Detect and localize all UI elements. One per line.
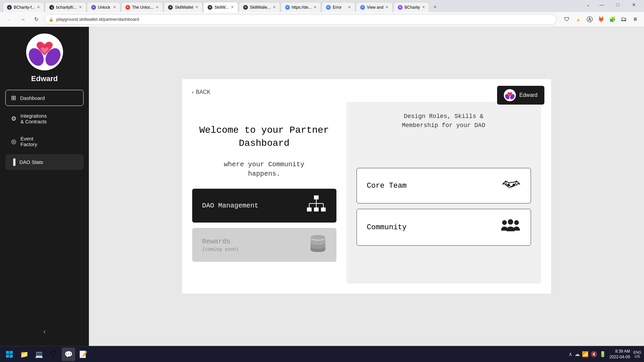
svg-point-15: [311, 235, 325, 240]
taskbar: 📁 💻 🛡 💬 📝 ∧ ☁ 📶 🔇 🔋 8:39 AM 2022-04-09 E…: [0, 346, 644, 362]
community-card[interactable]: Community: [357, 209, 531, 246]
svg-rect-24: [10, 355, 13, 358]
address-bar[interactable]: 🔒 playground.skillwallet.id/partner/dash…: [44, 14, 557, 25]
sidebar-username: Edward: [31, 74, 58, 83]
reload-button[interactable]: ↻: [31, 14, 42, 25]
start-button[interactable]: [3, 348, 16, 361]
sidebar-item-dashboard[interactable]: ⊞ Dashboard: [5, 90, 84, 106]
tab-close-t2[interactable]: ✕: [79, 5, 82, 9]
tab-label-t10: View and: [367, 5, 383, 10]
rewards-card[interactable]: Rewards (coming soon): [192, 228, 336, 262]
tab-favicon-t11: B: [398, 5, 402, 10]
tab-close-t4[interactable]: ✕: [156, 5, 159, 9]
back-chevron-icon: ‹: [192, 89, 194, 95]
user-badge[interactable]: Edward: [497, 86, 544, 105]
taskbar-app-brave[interactable]: 🛡: [47, 348, 60, 361]
user-badge-name: Edward: [519, 92, 537, 98]
rewards-label: Rewards: [202, 238, 239, 245]
core-team-card[interactable]: Core Team: [357, 168, 531, 203]
taskbar-language: ENG US: [633, 350, 641, 358]
brave-shield-icon[interactable]: 🛡: [562, 15, 572, 24]
tab-close-t7[interactable]: ✕: [273, 5, 276, 9]
tab-close-t3[interactable]: ✕: [113, 5, 116, 9]
menu-icon[interactable]: ≡: [631, 15, 640, 24]
brave-rewards-icon[interactable]: ▲: [574, 15, 583, 24]
svg-rect-6: [314, 195, 319, 199]
tab-favicon-t10: V: [360, 5, 365, 10]
tab-close-t6[interactable]: ✕: [231, 5, 234, 9]
forward-nav-button[interactable]: →: [17, 14, 28, 25]
tab-close-t11[interactable]: ✕: [422, 5, 425, 9]
taskbar-time: 8:39 AM: [609, 349, 630, 354]
tab-close-t1[interactable]: ✕: [37, 5, 40, 9]
maximize-button[interactable]: □: [610, 0, 625, 11]
browser-tab-t8[interactable]: hhttps://de...✕: [281, 2, 321, 12]
tray-battery-icon[interactable]: 🔋: [599, 351, 606, 357]
back-nav-button[interactable]: ←: [4, 14, 15, 25]
browser-tab-t5[interactable]: SSkillWallet✕: [164, 2, 203, 12]
people-group-icon: [500, 219, 521, 236]
tray-wifi-icon[interactable]: 📶: [582, 351, 589, 357]
taskbar-right: ∧ ☁ 📶 🔇 🔋 8:39 AM 2022-04-09 ENG US: [569, 349, 641, 360]
back-label: BACK: [196, 89, 211, 95]
puzzle-icon[interactable]: 🧩: [608, 15, 617, 24]
sidebar-item-event-factory[interactable]: ◎ EventFactory: [5, 131, 84, 152]
rewards-sublabel: (coming soon): [202, 247, 239, 252]
tab-controls: ⌄ — □ ✕: [584, 0, 641, 12]
tab-overflow-button[interactable]: ⌄: [584, 0, 593, 9]
tab-label-t3: Unlock: [98, 5, 111, 10]
browser-tab-t9[interactable]: EError✕: [322, 2, 355, 12]
browser-tab-t10[interactable]: VView and✕: [356, 2, 393, 12]
tab-bar: gBCharity-f...✕gbcharityfi/...✕UUnlock✕A…: [0, 0, 644, 12]
sidebar-item-integrations[interactable]: ⚙ Integrations& Contracts: [5, 109, 84, 129]
browser-tab-t11[interactable]: BBCharity✕: [393, 2, 429, 12]
sidebar-item-dao-stats-label: DAO Stats: [19, 159, 43, 165]
sidebar-item-dao-stats[interactable]: ▐ DAO Stats: [5, 154, 84, 170]
tab-favicon-t5: S: [168, 5, 173, 10]
main-content: ‹ BACK Edward: [89, 27, 644, 346]
new-tab-button[interactable]: +: [430, 2, 440, 12]
browser-tab-t6[interactable]: SSkillW...✕: [203, 2, 238, 12]
wallet-icon[interactable]: 🗂: [619, 15, 629, 24]
dao-stats-icon: ▐: [11, 159, 15, 166]
svg-rect-22: [10, 351, 13, 354]
profile-icon[interactable]: Ⓐ: [585, 15, 594, 24]
tab-close-t5[interactable]: ✕: [195, 5, 198, 9]
nav-extensions: 🛡 ▲ Ⓐ 🦊 🧩 🗂 ≡: [562, 15, 640, 24]
tab-favicon-t6: S: [208, 5, 212, 10]
taskbar-tray-icons: ∧ ☁ 📶 🔇 🔋: [569, 351, 606, 357]
metamask-icon[interactable]: 🦊: [596, 15, 606, 24]
tray-up-icon[interactable]: ∧: [569, 351, 573, 357]
user-badge-avatar: [504, 89, 516, 101]
sidebar-item-event-factory-label: EventFactory: [20, 136, 37, 147]
tab-favicon-t9: E: [326, 5, 331, 10]
tray-speaker-icon[interactable]: 🔇: [591, 351, 597, 357]
browser-tab-t3[interactable]: UUnlock✕: [87, 2, 120, 12]
tab-close-t10[interactable]: ✕: [385, 5, 388, 9]
dao-management-card[interactable]: DAO Management: [192, 189, 336, 223]
taskbar-app-notes[interactable]: 📝: [76, 348, 90, 361]
tray-cloud-icon[interactable]: ☁: [575, 351, 580, 357]
taskbar-clock: 8:39 AM 2022-04-09: [609, 349, 630, 360]
tab-label-t11: BCharity: [405, 5, 420, 10]
taskbar-date: 2022-04-09: [609, 354, 630, 360]
taskbar-app-explorer[interactable]: 📁: [17, 348, 31, 361]
community-label: Community: [367, 223, 407, 232]
svg-rect-23: [6, 355, 9, 358]
left-panel: Welcome to your PartnerDashboard where y…: [192, 102, 336, 284]
avatar: [26, 34, 63, 70]
back-button[interactable]: ‹ BACK: [192, 89, 211, 95]
browser-tab-t7[interactable]: SSkillWalle...✕: [239, 2, 280, 12]
tab-close-t8[interactable]: ✕: [314, 5, 317, 9]
close-button[interactable]: ✕: [627, 0, 641, 11]
browser-tab-t2[interactable]: gbcharityfi/...✕: [45, 2, 86, 12]
browser-tab-t1[interactable]: gBCharity-f...✕: [3, 2, 44, 12]
sidebar-collapse-button[interactable]: ‹: [39, 323, 50, 339]
tab-close-t9[interactable]: ✕: [348, 5, 351, 9]
browser-tab-t4[interactable]: AThe Unloc...✕: [121, 2, 163, 12]
minimize-button[interactable]: —: [594, 0, 609, 11]
taskbar-app-discord[interactable]: 💬: [62, 348, 75, 361]
taskbar-app-vscode[interactable]: 💻: [32, 348, 46, 361]
action-cards: DAO Management: [192, 189, 336, 262]
tab-label-t2: bcharityfi/...: [56, 5, 76, 10]
